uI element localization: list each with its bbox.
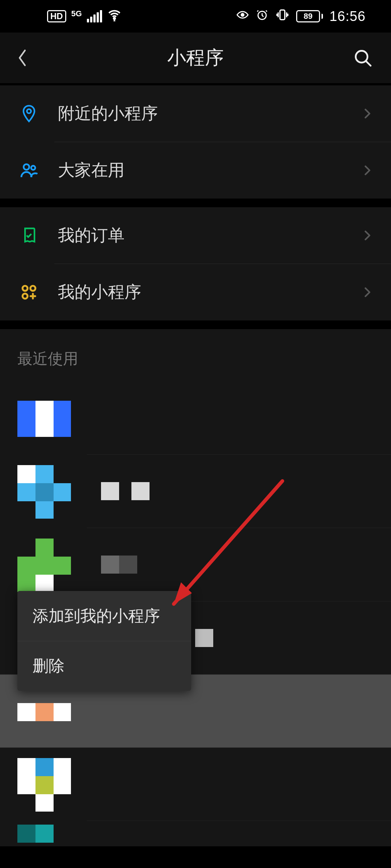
svg-point-11 xyxy=(22,294,28,299)
app-title-redacted xyxy=(101,556,137,574)
pin-icon xyxy=(17,102,41,125)
top-nav: 小程序 xyxy=(0,33,391,83)
alarm-icon xyxy=(256,8,269,24)
svg-point-9 xyxy=(22,286,28,291)
chevron-right-icon xyxy=(361,229,374,242)
chevron-right-icon xyxy=(361,286,374,298)
svg-point-6 xyxy=(27,109,31,113)
apps-icon xyxy=(17,281,41,304)
row-label: 我的小程序 xyxy=(58,281,361,303)
svg-point-10 xyxy=(30,286,35,291)
recent-header: 最近使用 xyxy=(0,329,391,381)
recent-item[interactable] xyxy=(0,381,391,454)
eye-icon xyxy=(236,8,249,24)
search-button[interactable] xyxy=(352,47,374,69)
clock: 16:56 xyxy=(329,9,366,24)
row-label: 大家在用 xyxy=(58,159,361,182)
chevron-right-icon xyxy=(361,107,374,120)
network-type: 5G xyxy=(71,10,82,17)
wifi-icon xyxy=(107,8,122,25)
app-avatar-redacted xyxy=(17,465,70,518)
context-menu: 添加到我的小程序 删除 xyxy=(17,591,191,691)
app-title-redacted xyxy=(101,482,150,500)
status-left: HD 5G xyxy=(47,8,122,25)
app-title-redacted xyxy=(195,629,213,647)
row-label: 我的订单 xyxy=(58,224,361,247)
svg-line-5 xyxy=(366,61,371,66)
svg-point-7 xyxy=(24,164,29,170)
recent-item[interactable] xyxy=(0,455,391,528)
battery-indicator: 89 xyxy=(296,10,323,22)
vibrate-icon xyxy=(275,8,290,25)
page-title: 小程序 xyxy=(39,45,352,71)
row-nearby[interactable]: 附近的小程序 xyxy=(0,85,391,142)
status-bar: HD 5G 89 xyxy=(0,0,391,33)
recent-item[interactable] xyxy=(0,821,391,846)
chevron-right-icon xyxy=(361,164,374,176)
battery-percent: 89 xyxy=(304,12,312,21)
section-recent: 最近使用 xyxy=(0,329,391,846)
row-label: 附近的小程序 xyxy=(58,102,361,125)
menu-delete[interactable]: 删除 xyxy=(17,641,191,691)
recent-item[interactable] xyxy=(0,528,391,601)
app-avatar-redacted xyxy=(17,758,70,810)
svg-point-1 xyxy=(241,13,244,16)
svg-point-0 xyxy=(114,18,115,20)
section-discover: 附近的小程序 大家在用 xyxy=(0,85,391,199)
svg-rect-3 xyxy=(280,10,285,20)
order-icon xyxy=(17,224,41,247)
signal-bars-icon xyxy=(87,10,102,22)
app-avatar-redacted xyxy=(17,392,70,444)
status-right: 89 16:56 xyxy=(236,8,366,25)
app-avatar-redacted xyxy=(17,539,70,591)
recent-item[interactable] xyxy=(0,748,391,821)
hd-indicator: HD xyxy=(47,10,66,22)
app-avatar-redacted xyxy=(17,825,70,846)
row-my-miniapps[interactable]: 我的小程序 xyxy=(0,264,391,320)
app-avatar-redacted xyxy=(17,685,70,737)
svg-point-8 xyxy=(31,166,35,170)
people-icon xyxy=(17,159,41,182)
back-button[interactable] xyxy=(17,47,39,69)
section-mine: 我的订单 我的小程序 xyxy=(0,207,391,320)
menu-add-to-mine[interactable]: 添加到我的小程序 xyxy=(17,591,191,641)
row-popular[interactable]: 大家在用 xyxy=(0,142,391,199)
row-orders[interactable]: 我的订单 xyxy=(0,207,391,264)
